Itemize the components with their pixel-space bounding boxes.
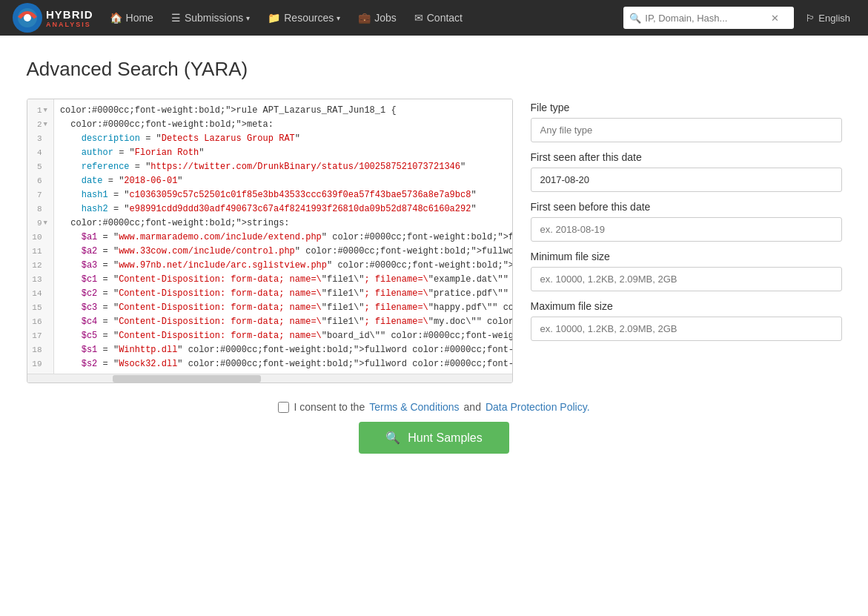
hunt-btn-row: 🔍 Hunt Samples: [27, 422, 842, 454]
nav-home[interactable]: 🏠 Home: [101, 0, 162, 36]
nav-jobs[interactable]: 💼 Jobs: [349, 0, 405, 36]
max-file-size-group: Maximum file size: [531, 300, 842, 341]
resources-icon: 📁: [268, 12, 280, 24]
brand-sub: ANALYSIS: [46, 21, 93, 28]
policy-link[interactable]: Data Protection Policy.: [486, 401, 590, 413]
language-label: English: [818, 13, 850, 24]
terms-link[interactable]: Terms & Conditions: [369, 401, 459, 413]
contact-icon: ✉: [414, 12, 423, 24]
search-box: 🔍 ✕: [623, 7, 794, 29]
search-clear-icon[interactable]: ✕: [771, 13, 779, 24]
nav-submissions[interactable]: ☰ Submissions ▾: [162, 0, 259, 36]
file-type-label: File type: [531, 102, 842, 113]
search-icon: 🔍: [629, 13, 641, 24]
max-file-size-label: Maximum file size: [531, 300, 842, 312]
file-type-input[interactable]: [531, 118, 842, 142]
page-title: Advanced Search (YARA): [27, 58, 842, 81]
first-seen-after-label: First seen after this date: [531, 151, 842, 163]
line-numbers: 1▼2▼3▼4▼5▼6▼7▼8▼9▼10▼11▼12▼13▼14▼15▼16▼1…: [27, 99, 54, 374]
first-seen-before-input[interactable]: [531, 217, 842, 242]
consent-and-text: and: [464, 401, 481, 413]
first-seen-after-group: First seen after this date: [531, 151, 842, 192]
first-seen-before-group: First seen before this date: [531, 201, 842, 242]
brand-logo[interactable]: HYBRID ANALYSIS: [12, 2, 93, 33]
search-layout: 1▼2▼3▼4▼5▼6▼7▼8▼9▼10▼11▼12▼13▼14▼15▼16▼1…: [27, 99, 842, 383]
code-editor[interactable]: 1▼2▼3▼4▼5▼6▼7▼8▼9▼10▼11▼12▼13▼14▼15▼16▼1…: [27, 99, 513, 383]
hunt-search-icon: 🔍: [385, 431, 400, 445]
submissions-caret: ▾: [246, 14, 250, 22]
file-type-group: File type: [531, 102, 842, 142]
jobs-icon: 💼: [358, 12, 371, 24]
consent-checkbox[interactable]: [278, 402, 289, 413]
scrollbar-x[interactable]: [27, 374, 512, 382]
hunt-button[interactable]: 🔍 Hunt Samples: [359, 422, 509, 454]
first-seen-after-input[interactable]: [531, 168, 842, 192]
max-file-size-input[interactable]: [531, 317, 842, 341]
main-content: Advanced Search (YARA) 1▼2▼3▼4▼5▼6▼7▼8▼9…: [12, 36, 857, 476]
min-file-size-label: Minimum file size: [531, 251, 842, 262]
resources-caret: ▾: [337, 14, 340, 22]
flag-icon: 🏳: [806, 13, 815, 24]
min-file-size-input[interactable]: [531, 267, 842, 291]
logo-icon: [12, 2, 43, 33]
submissions-icon: ☰: [171, 12, 181, 24]
consent-row: I consent to the Terms & Conditions and …: [27, 401, 842, 413]
scrollbar-thumb[interactable]: [113, 375, 261, 382]
brand-top: HYBRID: [46, 8, 93, 21]
home-icon: 🏠: [110, 12, 122, 24]
hunt-button-label: Hunt Samples: [408, 431, 483, 445]
nav-contact[interactable]: ✉ Contact: [405, 0, 471, 36]
navbar: HYBRID ANALYSIS 🏠 Home ☰ Submissions ▾ 📁…: [0, 0, 868, 36]
min-file-size-group: Minimum file size: [531, 251, 842, 291]
code-content[interactable]: color:#0000cc;font-weight:bold;">rule AP…: [54, 99, 512, 374]
svg-point-2: [24, 14, 31, 21]
first-seen-before-label: First seen before this date: [531, 201, 842, 213]
language-selector[interactable]: 🏳 English: [800, 13, 856, 24]
search-input[interactable]: [645, 13, 771, 24]
consent-text-before: I consent to the: [294, 401, 365, 413]
nav-resources[interactable]: 📁 Resources ▾: [259, 0, 349, 36]
right-panel: File type First seen after this date Fir…: [531, 99, 842, 341]
